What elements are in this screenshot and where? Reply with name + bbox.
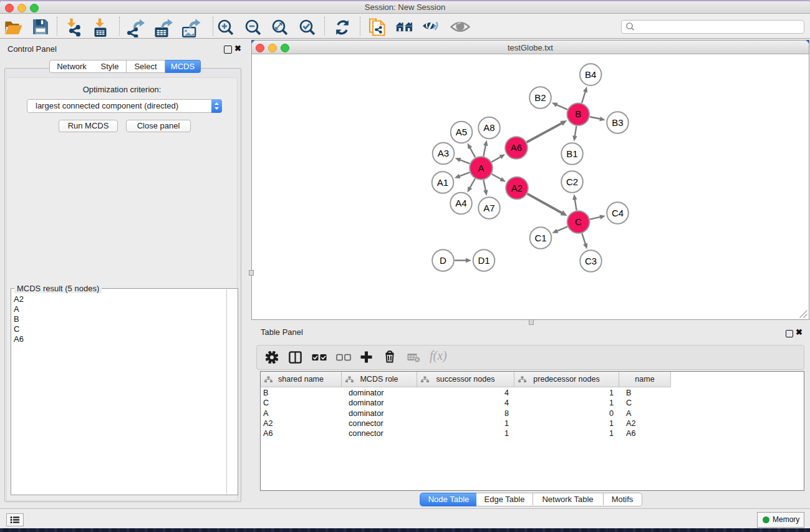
svg-text:C3: C3 — [585, 256, 597, 266]
svg-text:C4: C4 — [612, 208, 624, 218]
svg-text:B3: B3 — [612, 117, 623, 128]
svg-text:C: C — [575, 216, 582, 227]
svg-text:A4: A4 — [455, 198, 466, 208]
svg-text:B2: B2 — [534, 92, 546, 103]
svg-text:C1: C1 — [534, 233, 546, 243]
svg-text:B1: B1 — [566, 148, 577, 159]
svg-text:A6: A6 — [511, 142, 522, 153]
svg-text:D: D — [440, 255, 446, 266]
svg-text:A5: A5 — [456, 127, 467, 137]
svg-text:A1: A1 — [437, 177, 448, 188]
svg-text:A7: A7 — [483, 203, 494, 213]
svg-text:B: B — [575, 109, 581, 119]
svg-text:C2: C2 — [566, 177, 578, 187]
svg-text:A2: A2 — [511, 183, 523, 193]
svg-text:A3: A3 — [438, 148, 449, 158]
svg-text:D1: D1 — [478, 255, 489, 266]
svg-text:B4: B4 — [585, 69, 596, 80]
svg-text:A: A — [478, 163, 484, 173]
svg-text:A8: A8 — [483, 122, 494, 133]
